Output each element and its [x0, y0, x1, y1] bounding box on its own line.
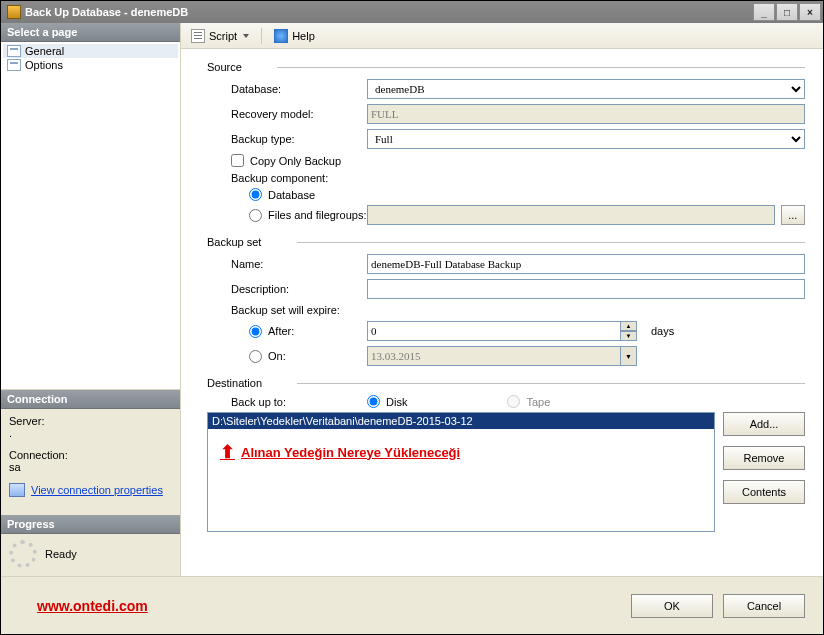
script-label: Script — [209, 30, 237, 42]
on-date-field — [367, 346, 621, 366]
page-options[interactable]: Options — [3, 58, 178, 72]
server-label: Server: — [9, 415, 172, 427]
copy-only-label: Copy Only Backup — [250, 155, 341, 167]
cancel-button[interactable]: Cancel — [723, 594, 805, 618]
form-area: Source Database: denemeDB Recovery model… — [181, 49, 823, 548]
on-label: On: — [268, 350, 286, 362]
footer: www.ontedi.com OK Cancel — [1, 576, 823, 634]
page-icon — [7, 45, 21, 57]
connection-header: Connection — [1, 390, 180, 409]
name-field[interactable] — [367, 254, 805, 274]
after-spinbox[interactable]: ▲ ▼ — [367, 321, 637, 341]
window-controls: _ □ × — [753, 3, 821, 21]
content: Script Help Source Database: denemeDB — [181, 23, 823, 576]
radio-filegroups-label: Files and filegroups: — [268, 209, 366, 221]
backup-component-label: Backup component: — [207, 172, 805, 184]
view-connection-properties-link[interactable]: View connection properties — [31, 484, 163, 496]
annotation-text: Alınan Yedeğin Nereye Yükleneceği — [241, 445, 460, 460]
toolbar: Script Help — [181, 23, 823, 49]
name-label: Name: — [207, 258, 367, 270]
backup-set-legend: Backup set — [207, 236, 805, 248]
backup-component-database-radio[interactable] — [249, 188, 262, 201]
description-label: Description: — [207, 283, 367, 295]
spin-down-icon[interactable]: ▼ — [621, 331, 637, 341]
close-button[interactable]: × — [799, 3, 821, 21]
backup-set-fieldset: Backup set Name: Description: Backup set… — [207, 236, 805, 371]
backup-to-label: Back up to: — [207, 396, 367, 408]
disk-label: Disk — [386, 396, 407, 408]
help-label: Help — [292, 30, 315, 42]
after-value-field[interactable] — [367, 321, 621, 341]
connection-icon — [9, 483, 25, 497]
after-label: After: — [268, 325, 294, 337]
progress-block: Ready — [1, 534, 180, 576]
progress-header: Progress — [1, 515, 180, 534]
destination-legend: Destination — [207, 377, 805, 389]
expire-label: Backup set will expire: — [207, 304, 805, 316]
minimize-button[interactable]: _ — [753, 3, 775, 21]
connection-value: sa — [9, 461, 172, 473]
app-icon — [7, 5, 21, 19]
website-link[interactable]: www.ontedi.com — [37, 598, 148, 614]
page-general[interactable]: General — [3, 44, 178, 58]
page-label: Options — [25, 59, 63, 71]
radio-database-label: Database — [268, 189, 315, 201]
destination-path-item[interactable]: D:\Siteler\Yedekler\Veritabani\denemeDB-… — [208, 413, 714, 429]
connection-label: Connection: — [9, 449, 172, 461]
expire-after-radio[interactable] — [249, 325, 262, 338]
source-legend: Source — [207, 61, 805, 73]
filegroups-field — [367, 205, 775, 225]
help-icon — [274, 29, 288, 43]
database-select[interactable]: denemeDB — [367, 79, 805, 99]
server-value: . — [9, 427, 172, 439]
progress-spinner-icon — [9, 540, 37, 568]
script-button[interactable]: Script — [187, 28, 253, 44]
select-page-header: Select a page — [1, 23, 180, 42]
database-label: Database: — [207, 83, 367, 95]
source-fieldset: Source Database: denemeDB Recovery model… — [207, 61, 805, 230]
page-list: General Options — [1, 42, 180, 390]
copy-only-checkbox[interactable] — [231, 154, 244, 167]
page-icon — [7, 59, 21, 71]
recovery-model-label: Recovery model: — [207, 108, 367, 120]
progress-status: Ready — [45, 548, 77, 560]
destination-listbox[interactable]: D:\Siteler\Yedekler\Veritabani\denemeDB-… — [207, 412, 715, 532]
help-button[interactable]: Help — [270, 28, 319, 44]
backup-type-select[interactable]: Full — [367, 129, 805, 149]
remove-button[interactable]: Remove — [723, 446, 805, 470]
calendar-drop-icon[interactable]: ▼ — [621, 346, 637, 366]
description-field[interactable] — [367, 279, 805, 299]
backup-to-disk-radio[interactable] — [367, 395, 380, 408]
arrow-up-icon: ⬆ — [220, 441, 235, 463]
page-label: General — [25, 45, 64, 57]
contents-button[interactable]: Contents — [723, 480, 805, 504]
maximize-button[interactable]: □ — [776, 3, 798, 21]
sidebar: Select a page General Options Connection… — [1, 23, 181, 576]
titlebar: Back Up Database - denemeDB _ □ × — [1, 1, 823, 23]
script-icon — [191, 29, 205, 43]
window-title: Back Up Database - denemeDB — [25, 6, 188, 18]
destination-fieldset: Destination Back up to: Disk Tape — [207, 377, 805, 532]
add-button[interactable]: Add... — [723, 412, 805, 436]
recovery-model-field — [367, 104, 805, 124]
annotation-overlay: ⬆ Alınan Yedeğin Nereye Yükleneceği — [220, 441, 460, 463]
chevron-down-icon — [243, 34, 249, 38]
ok-button[interactable]: OK — [631, 594, 713, 618]
connection-block: Server: . Connection: sa View connection… — [1, 409, 180, 515]
tape-label: Tape — [526, 396, 550, 408]
filegroups-browse-button[interactable]: ... — [781, 205, 805, 225]
toolbar-separator — [261, 28, 262, 44]
on-datepicker: ▼ — [367, 346, 637, 366]
spin-up-icon[interactable]: ▲ — [621, 321, 637, 331]
backup-to-tape-radio — [507, 395, 520, 408]
expire-on-radio[interactable] — [249, 350, 262, 363]
backup-type-label: Backup type: — [207, 133, 367, 145]
after-unit-label: days — [651, 325, 674, 337]
backup-component-filegroups-radio[interactable] — [249, 209, 262, 222]
